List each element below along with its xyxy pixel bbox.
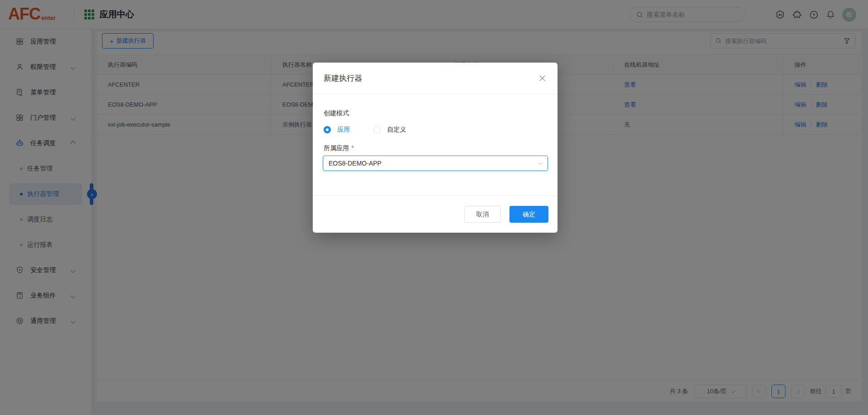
radio-unselected-icon[interactable] (373, 126, 381, 133)
radio-selected-icon[interactable] (324, 126, 331, 133)
cancel-button[interactable]: 取消 (464, 206, 501, 223)
owner-app-label: 所属应用 (324, 144, 349, 151)
create-mode-radio-group: 应用 自定义 (324, 126, 406, 134)
radio-label: 自定义 (387, 126, 406, 134)
dialog-footer: 取消 确定 (313, 195, 558, 233)
required-asterisk: * (351, 144, 354, 151)
close-icon[interactable] (538, 74, 547, 83)
chevron-down-icon (538, 161, 543, 165)
confirm-button[interactable]: 确定 (509, 206, 548, 223)
dialog-title: 新建执行器 (324, 73, 362, 83)
dialog-header: 新建执行器 (313, 63, 558, 94)
radio-option-application[interactable]: 应用 (324, 126, 350, 134)
owner-app-select[interactable]: EOS8-DEMO-APP (323, 156, 548, 171)
owner-app-select-value: EOS8-DEMO-APP (329, 160, 539, 167)
create-mode-label: 创建模式 (324, 109, 349, 117)
owner-app-label-row: 所属应用* (324, 144, 354, 152)
radio-option-custom[interactable]: 自定义 (373, 126, 406, 134)
radio-label: 应用 (337, 126, 350, 134)
new-executor-dialog: 新建执行器 创建模式 应用 自定义 所属应用* EOS8-DEMO-APP (313, 63, 558, 233)
